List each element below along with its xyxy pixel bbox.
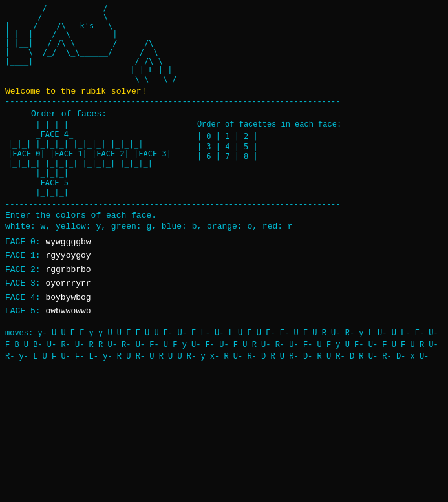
moves-block: moves: y- U U F F y y U U F F U U F- U- … [5, 328, 443, 362]
stick-figure-ascii: /\ / \ / /\ \ | | L | | \_\___\_/ [130, 39, 176, 84]
face4-lbl: FACE 4: [5, 293, 45, 302]
face4-row: FACE 4: boybywbog [5, 291, 443, 304]
face2-lbl: FACE 2: [5, 265, 45, 275]
faces-ascii: |_|_|_| _FACE 4_ |_|_| |_|_|_| |_|_|_| |… [8, 120, 171, 198]
order-faces-hdr: Order of faces: [31, 109, 443, 119]
face3-row: FACE 3: oyorrryrr [5, 277, 443, 290]
face1-row: FACE 1: rgyyoygoy [5, 249, 443, 262]
face5-row: FACE 5: owbwwowwb [5, 304, 443, 318]
face2-row: FACE 2: rggrbbrbo [5, 263, 443, 277]
div2: ----------------------------------------… [5, 200, 443, 209]
face1-lbl: FACE 1: [5, 251, 45, 260]
terminal-screen: /____________/ ____ / \ | __ / /\ k's \ … [0, 0, 448, 502]
face0-val: wywggggbw [45, 237, 91, 247]
title-row: /____________/ ____ / \ | __ / /\ k's \ … [5, 4, 443, 84]
face-inputs-clean: FACE 0: wywggggbw FACE 1: rgyyoygoy FACE… [5, 235, 443, 319]
welcome-line: Welcome to the rubik solver! [5, 87, 443, 96]
face3-val: oyorrryrr [45, 278, 91, 288]
div1: ----------------------------------------… [5, 98, 443, 107]
face5-val: owbwwowwb [45, 306, 91, 316]
face1-val: rgyyoygoy [45, 251, 91, 260]
facettes-grid: | 0 | 1 | 2 | | 3 | 4 | 5 | | 6 | 7 | 8 … [197, 132, 341, 162]
face2-val: rggrbbrbo [45, 265, 91, 275]
facettes-box: Order of facettes in each face: | 0 | 1 … [197, 120, 341, 162]
color-key-line: white: w, yellow: y, green: g, blue: b, … [5, 222, 443, 231]
face3-lbl: FACE 3: [5, 278, 45, 288]
rubik-title-ascii: /____________/ ____ / \ | __ / /\ k's \ … [5, 4, 117, 67]
enter-colors-msg: Enter the colors of each face. [5, 211, 443, 220]
facettes-hdr: Order of facettes in each face: [197, 120, 341, 129]
face0-lbl: FACE 0: [5, 237, 45, 247]
layout-row: |_|_|_| _FACE 4_ |_|_| |_|_|_| |_|_|_| |… [5, 120, 443, 198]
face0-row: FACE 0: wywggggbw [5, 235, 443, 249]
face4-val: boybywbog [45, 293, 91, 302]
face5-lbl: FACE 5: [5, 306, 45, 316]
